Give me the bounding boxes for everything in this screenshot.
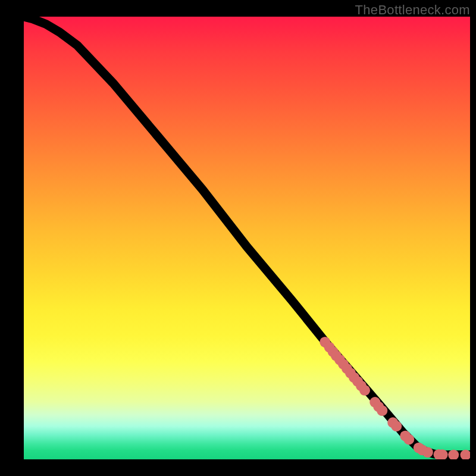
chart-svg: [24, 17, 470, 459]
data-marker: [422, 447, 433, 458]
chart-container: TheBottleneck.com: [0, 0, 476, 476]
data-marker: [359, 385, 370, 396]
marker-group: [320, 337, 470, 459]
data-marker: [391, 421, 402, 431]
curve-line: [24, 17, 470, 455]
watermark-text: TheBottleneck.com: [355, 2, 470, 18]
data-marker: [403, 434, 414, 445]
data-marker: [377, 405, 387, 416]
plot-area: [24, 17, 470, 459]
